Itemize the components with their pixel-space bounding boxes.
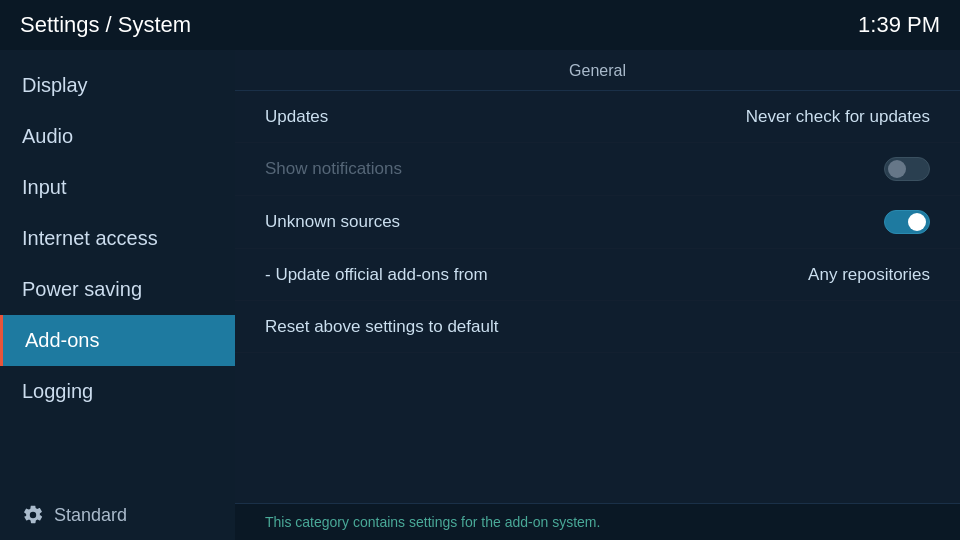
setting-row-show-notifications[interactable]: Show notifications [235,143,960,196]
status-bar: This category contains settings for the … [235,503,960,540]
setting-value-updates: Never check for updates [746,107,930,127]
main-content: General UpdatesNever check for updatesSh… [235,50,960,540]
gear-icon [22,504,44,526]
sidebar-item-display[interactable]: Display [0,60,235,111]
setting-row-updates[interactable]: UpdatesNever check for updates [235,91,960,143]
sidebar: DisplayAudioInputInternet accessPower sa… [0,50,235,540]
section-header: General [235,50,960,91]
page-title: Settings / System [20,12,191,38]
setting-label-update-official-addons: - Update official add-ons from [265,265,488,285]
sidebar-item-input[interactable]: Input [0,162,235,213]
sidebar-item-audio[interactable]: Audio [0,111,235,162]
setting-label-unknown-sources: Unknown sources [265,212,400,232]
setting-row-update-official-addons[interactable]: - Update official add-ons fromAny reposi… [235,249,960,301]
setting-label-updates: Updates [265,107,328,127]
settings-list: UpdatesNever check for updatesShow notif… [235,91,960,503]
sidebar-item-logging[interactable]: Logging [0,366,235,417]
toggle-show-notifications[interactable] [884,157,930,181]
main-layout: DisplayAudioInputInternet accessPower sa… [0,50,960,540]
setting-row-reset-settings[interactable]: Reset above settings to default [235,301,960,353]
app-header: Settings / System 1:39 PM [0,0,960,50]
setting-row-unknown-sources[interactable]: Unknown sources [235,196,960,249]
sidebar-item-add-ons[interactable]: Add-ons [0,315,235,366]
setting-label-show-notifications: Show notifications [265,159,402,179]
profile-label: Standard [54,505,127,526]
toggle-unknown-sources[interactable] [884,210,930,234]
sidebar-footer: Standard [0,490,235,540]
sidebar-item-power-saving[interactable]: Power saving [0,264,235,315]
setting-value-update-official-addons: Any repositories [808,265,930,285]
clock: 1:39 PM [858,12,940,38]
setting-label-reset-settings: Reset above settings to default [265,317,498,337]
sidebar-item-internet-access[interactable]: Internet access [0,213,235,264]
